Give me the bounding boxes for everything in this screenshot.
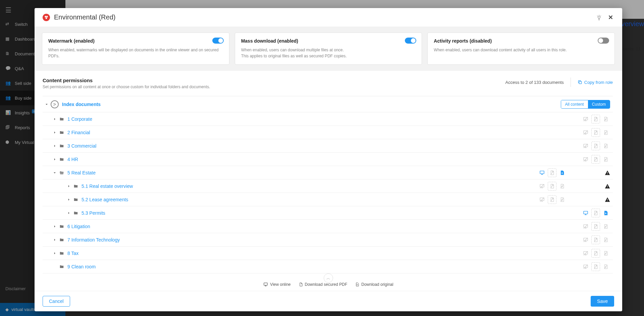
perm-view-icon[interactable] <box>581 155 590 164</box>
perm-view-icon[interactable] <box>581 142 590 150</box>
hint-icon[interactable] <box>595 14 603 21</box>
copy-from-role-link[interactable]: Copy from role <box>578 80 613 85</box>
folder-label[interactable]: 9 Clean room <box>67 264 96 269</box>
tree-root-label[interactable]: Index documents <box>62 102 101 107</box>
perm-view-icon[interactable] <box>581 209 590 217</box>
svg-point-2 <box>46 17 47 19</box>
perm-pdf-icon[interactable] <box>548 195 556 204</box>
folder-label[interactable]: 7 Information Technology <box>67 237 120 243</box>
perm-download-icon[interactable] <box>558 195 567 204</box>
svg-rect-57 <box>264 283 268 285</box>
svg-rect-26 <box>607 174 607 174</box>
perm-pdf-icon[interactable] <box>591 249 600 258</box>
warning-icon <box>605 170 610 175</box>
perm-download-icon[interactable] <box>601 249 610 258</box>
folder-tree: Index documents All content Custom 1 Cor… <box>43 96 613 273</box>
modal-footer: Cancel Save <box>35 291 622 311</box>
svg-rect-39 <box>584 211 588 214</box>
perm-pdf-icon[interactable] <box>591 222 600 231</box>
perm-view-icon[interactable] <box>581 222 590 231</box>
perm-download-icon[interactable] <box>601 222 610 231</box>
content-scope-toggle[interactable]: All content Custom <box>561 100 610 109</box>
expand-toggle[interactable] <box>51 155 59 163</box>
expand-toggle[interactable] <box>51 115 59 123</box>
svg-rect-25 <box>607 172 607 173</box>
setting-toggle[interactable] <box>405 38 416 44</box>
perm-pdf-icon[interactable] <box>591 235 600 244</box>
perm-download-icon[interactable] <box>601 235 610 244</box>
role-color-icon <box>43 14 50 21</box>
expand-toggle[interactable] <box>65 209 73 217</box>
cancel-button[interactable]: Cancel <box>43 296 70 307</box>
perm-pdf-icon[interactable] <box>548 182 556 191</box>
perm-pdf-icon[interactable] <box>548 168 556 177</box>
folder-row: 1 Corporate <box>43 112 613 126</box>
folder-icon <box>59 157 67 162</box>
perm-download-icon[interactable] <box>558 182 567 191</box>
close-icon[interactable]: ✕ <box>607 14 614 21</box>
perm-view-icon[interactable] <box>538 195 546 204</box>
svg-rect-3 <box>579 82 581 84</box>
seg-custom[interactable]: Custom <box>588 100 610 108</box>
folder-icon <box>73 211 82 215</box>
expand-toggle[interactable] <box>65 182 73 190</box>
setting-toggle[interactable] <box>598 38 609 44</box>
expand-toggle[interactable] <box>51 169 59 177</box>
folder-label[interactable]: 3 Commercial <box>67 143 96 149</box>
setting-title: Activity reports (disabled) <box>434 38 608 44</box>
collapse-legend-icon[interactable]: ︿ <box>324 273 333 283</box>
folder-label[interactable]: 4 HR <box>67 157 78 162</box>
perm-view-icon[interactable] <box>581 262 590 271</box>
expand-toggle[interactable] <box>51 128 59 137</box>
svg-rect-31 <box>607 186 607 187</box>
expand-toggle[interactable] <box>51 142 59 150</box>
folder-label[interactable]: 5 Real Estate <box>67 170 96 175</box>
folder-row: 4 HR <box>43 153 613 166</box>
perm-view-icon[interactable] <box>581 115 590 123</box>
perm-view-icon[interactable] <box>581 235 590 244</box>
perm-download-icon[interactable] <box>601 142 610 150</box>
legend: ︿ View online Download secured PDF Downl… <box>35 278 622 291</box>
perm-view-icon[interactable] <box>538 168 546 177</box>
settings-row: Watermark (enabled)When enabled, waterma… <box>35 27 622 71</box>
perm-pdf-icon[interactable] <box>591 115 600 123</box>
svg-point-4 <box>54 103 54 104</box>
perm-pdf-icon[interactable] <box>591 128 600 137</box>
legend-view: View online <box>263 282 290 287</box>
expand-toggle[interactable] <box>51 249 59 257</box>
perm-download-icon[interactable] <box>601 128 610 137</box>
folder-label[interactable]: 8 Tax <box>67 251 78 256</box>
perm-download-icon[interactable] <box>558 168 567 177</box>
perm-download-icon[interactable] <box>601 115 610 123</box>
folder-label[interactable]: 5.1 Real estate overview <box>82 183 133 189</box>
expand-toggle[interactable] <box>65 196 73 204</box>
perm-pdf-icon[interactable] <box>591 262 600 271</box>
expand-toggle[interactable] <box>51 236 59 244</box>
save-button[interactable]: Save <box>591 296 614 307</box>
perm-pdf-icon[interactable] <box>591 155 600 164</box>
perm-pdf-icon[interactable] <box>591 209 600 217</box>
folder-label[interactable]: 5.2 Lease agreements <box>82 197 128 202</box>
perm-view-icon[interactable] <box>538 182 546 191</box>
perm-download-icon[interactable] <box>601 155 610 164</box>
folder-label[interactable]: 2 Financial <box>67 130 90 135</box>
folder-icon <box>59 251 67 256</box>
folder-icon <box>59 130 67 135</box>
folder-label[interactable]: 1 Corporate <box>67 116 92 122</box>
expand-toggle[interactable] <box>43 100 51 108</box>
modal-header: Environmental (Red) ✕ <box>35 8 622 27</box>
folder-label[interactable]: 5.3 Permits <box>82 210 105 216</box>
expand-toggle[interactable] <box>51 222 59 230</box>
folder-label[interactable]: 6 Litigation <box>67 224 90 229</box>
svg-rect-23 <box>540 171 544 173</box>
perm-download-icon[interactable] <box>601 262 610 271</box>
perm-view-icon[interactable] <box>581 128 590 137</box>
setting-toggle[interactable] <box>212 38 224 44</box>
perm-download-icon[interactable] <box>601 209 610 217</box>
perm-pdf-icon[interactable] <box>591 142 600 150</box>
seg-all-content[interactable]: All content <box>561 100 588 108</box>
perm-view-icon[interactable] <box>581 249 590 258</box>
folder-icon <box>59 224 67 229</box>
index-icon <box>51 100 59 108</box>
folder-icon <box>59 117 67 121</box>
